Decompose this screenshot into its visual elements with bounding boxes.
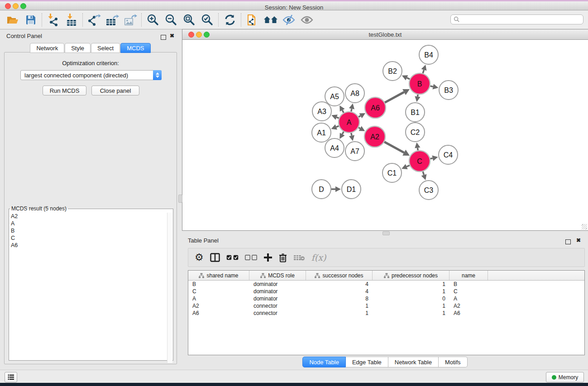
graph-edge[interactable] xyxy=(423,172,424,175)
tab-node-table[interactable]: Node Table xyxy=(302,357,346,367)
table-cell[interactable]: A2 xyxy=(449,303,488,309)
table-cell[interactable]: A6 xyxy=(188,310,249,316)
table-row[interactable]: Bdominator41B xyxy=(188,281,584,288)
criterion-dropdown[interactable]: largest connected component (directed) xyxy=(20,70,162,80)
table-row[interactable]: Cdominator41C xyxy=(188,288,584,295)
table-cell[interactable]: B xyxy=(449,281,488,287)
show-details-icon[interactable] xyxy=(298,12,316,28)
table-cell[interactable]: A2 xyxy=(188,303,249,309)
tab-network-table[interactable]: Network Table xyxy=(388,357,439,367)
graph-edge[interactable] xyxy=(337,117,339,118)
table-cell[interactable]: A xyxy=(188,295,249,302)
table-cell[interactable]: 0 xyxy=(373,295,449,302)
graph-edge[interactable] xyxy=(407,78,410,79)
task-history-button[interactable] xyxy=(5,372,17,382)
result-item[interactable]: B xyxy=(11,227,173,234)
float-panel-icon[interactable] xyxy=(161,33,166,42)
table-cell[interactable]: C xyxy=(449,288,488,295)
table-cell[interactable]: 1 xyxy=(373,303,449,309)
table-cell[interactable]: A xyxy=(449,295,488,302)
column-header-name[interactable]: name xyxy=(449,271,488,280)
run-mcds-button[interactable]: Run MCDS xyxy=(43,86,86,95)
result-item[interactable]: A6 xyxy=(11,242,173,249)
table-cell[interactable]: dominator xyxy=(249,288,306,295)
graph-edge[interactable] xyxy=(430,86,433,86)
result-scrollbar[interactable] xyxy=(167,213,172,363)
table-cell[interactable]: 4 xyxy=(306,281,373,287)
close-panel-button[interactable]: Close panel xyxy=(91,86,139,95)
tab-mcds[interactable]: MCDS xyxy=(120,43,150,53)
column-header-successor-nodes[interactable]: successor nodes xyxy=(306,271,373,280)
table-cell[interactable]: connector xyxy=(249,310,306,316)
table-cell[interactable]: dominator xyxy=(249,295,306,302)
table-cell[interactable]: 8 xyxy=(306,295,373,302)
graph-edge[interactable] xyxy=(342,110,344,113)
table-row[interactable]: A6connector11A6 xyxy=(188,310,584,317)
network-from-file-icon[interactable] xyxy=(244,12,262,28)
search-field[interactable] xyxy=(450,14,583,24)
export-table-icon[interactable] xyxy=(103,12,121,28)
close-table-panel-icon[interactable]: ✖ xyxy=(576,238,581,243)
graph-edge[interactable] xyxy=(417,95,418,97)
table-cell[interactable]: dominator xyxy=(249,281,306,287)
close-panel-icon[interactable]: ✖ xyxy=(170,33,174,38)
export-image-icon[interactable] xyxy=(121,12,139,28)
column-header-shared-name[interactable]: shared name xyxy=(188,271,249,280)
deselect-all-icon[interactable] xyxy=(245,251,257,264)
table-cell[interactable]: B xyxy=(188,281,249,287)
result-item[interactable]: C xyxy=(11,234,173,242)
tab-edge-table[interactable]: Edge Table xyxy=(346,357,388,367)
graph-edge[interactable] xyxy=(359,128,360,129)
select-all-check-icon[interactable] xyxy=(226,251,239,264)
split-columns-icon[interactable] xyxy=(210,251,220,264)
table-cell[interactable]: 1 xyxy=(373,288,449,295)
hide-details-icon[interactable] xyxy=(280,12,298,28)
save-session-icon[interactable] xyxy=(22,12,40,28)
first-neighbors-icon[interactable] xyxy=(262,12,280,28)
export-network-icon[interactable] xyxy=(85,12,103,28)
float-table-panel-icon[interactable] xyxy=(565,238,571,246)
table-cell[interactable]: A6 xyxy=(449,310,488,316)
column-header-predecessor-nodes[interactable]: predecessor nodes xyxy=(373,271,449,280)
tab-style[interactable]: Style xyxy=(65,43,91,53)
gear-icon[interactable]: ⚙ xyxy=(195,251,204,264)
zoom-out-icon[interactable] xyxy=(162,12,180,28)
result-item[interactable]: A2 xyxy=(11,213,173,220)
table-cell[interactable]: 1 xyxy=(373,310,449,316)
import-table-icon[interactable] xyxy=(62,12,81,28)
table-cell[interactable]: C xyxy=(188,288,249,295)
table-cell[interactable]: connector xyxy=(249,303,306,309)
graph-edge[interactable] xyxy=(351,133,352,136)
table-cell[interactable]: 1 xyxy=(306,310,373,316)
graph-edge[interactable] xyxy=(417,148,418,151)
open-session-icon[interactable] xyxy=(4,12,22,28)
main-titlebar[interactable]: Session: New Session xyxy=(0,1,588,10)
graph-edge[interactable] xyxy=(351,109,352,111)
delete-table-icon[interactable] xyxy=(293,251,305,264)
network-titlebar[interactable]: testGlobe.txt xyxy=(182,29,588,40)
search-input[interactable] xyxy=(460,16,583,23)
graph-edge[interactable] xyxy=(430,158,432,159)
delete-column-icon[interactable] xyxy=(279,251,287,264)
table-cell[interactable]: 4 xyxy=(306,288,373,295)
refresh-layout-icon[interactable] xyxy=(221,12,239,28)
window-resize-handle[interactable] xyxy=(582,224,587,229)
network-graph[interactable]: B4B2BB3B1A5A8A6A3AA1A2C2A4A7CC4C1C3DD1 xyxy=(182,40,588,230)
column-header-MCDS-role[interactable]: MCDS role xyxy=(249,271,306,280)
memory-button[interactable]: Memory xyxy=(546,372,584,382)
graph-edge[interactable] xyxy=(385,92,404,103)
table-row[interactable]: A2connector11A2 xyxy=(188,302,584,310)
zoom-fit-icon[interactable] xyxy=(180,12,198,28)
table-cell[interactable]: 1 xyxy=(306,303,373,309)
graph-edge[interactable] xyxy=(423,70,424,73)
vertical-splitter-grip[interactable] xyxy=(178,195,182,203)
graph-edge[interactable] xyxy=(342,132,344,134)
import-network-icon[interactable] xyxy=(44,12,62,28)
graph-edge[interactable] xyxy=(336,126,339,127)
graph-edge[interactable] xyxy=(406,165,410,167)
tab-select[interactable]: Select xyxy=(91,43,120,53)
graph-canvas[interactable]: B4B2BB3B1A5A8A6A3AA1A2C2A4A7CC4C1C3DD1 xyxy=(182,40,588,230)
tab-motifs[interactable]: Motifs xyxy=(439,357,468,367)
graph-edge[interactable] xyxy=(384,142,404,152)
result-item[interactable]: A xyxy=(11,220,173,227)
